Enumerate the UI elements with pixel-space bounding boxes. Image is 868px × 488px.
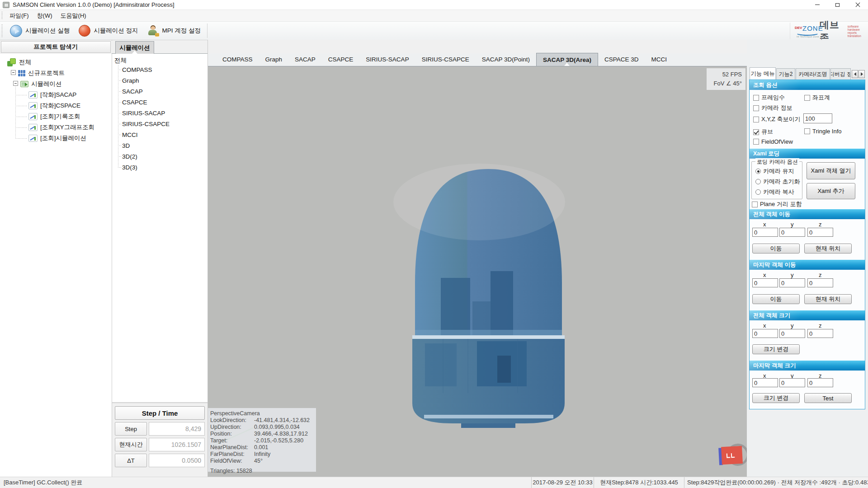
- move-all-z-input[interactable]: [807, 228, 833, 237]
- xaml-open-button[interactable]: Xaml 객체 열기: [807, 162, 855, 179]
- tree-item-leaf[interactable]: [작화]SACAP: [28, 89, 76, 100]
- camera-title: PerspectiveCamera: [210, 410, 316, 417]
- delta-t-label: ΔT: [115, 454, 147, 467]
- list-item[interactable]: Graph: [122, 75, 139, 86]
- run-simulation-button[interactable]: 시뮬레이션 실행: [5, 23, 74, 38]
- tab-sirius-sacap[interactable]: SIRIUS-SACAP: [359, 53, 415, 66]
- tab-compass[interactable]: COMPASS: [216, 53, 259, 66]
- tab-sirius-csapce[interactable]: SIRIUS-CSAPCE: [415, 53, 476, 66]
- move-last-current-position-button[interactable]: 현재 위치: [804, 294, 852, 304]
- status-datetime: 2017-08-29 오전 10:33: [532, 477, 594, 488]
- tab-simulation[interactable]: 시뮬레이션: [115, 41, 154, 54]
- tree-item-simulation[interactable]: 시뮬레이션: [20, 79, 62, 89]
- tab-sacap-3d-area[interactable]: SACAP 3D(Area): [536, 53, 598, 66]
- menu-file[interactable]: 파일(F): [5, 10, 33, 21]
- size-last-y-input[interactable]: [779, 378, 805, 387]
- collapse-icon[interactable]: [13, 81, 18, 86]
- checkbox-plane-distance[interactable]: Plane 거리 포함: [752, 200, 802, 208]
- section-header-move-last: 마지막 객체 이동: [750, 260, 865, 270]
- radio-camera-reset[interactable]: 카메라 초기화: [755, 178, 800, 186]
- list-item[interactable]: MCCI: [122, 129, 138, 140]
- tree-item-leaf[interactable]: [작화]CSPACE: [28, 100, 80, 111]
- list-item[interactable]: COMPASS: [122, 64, 152, 75]
- list-item[interactable]: CSAPCE: [122, 97, 147, 108]
- move-last-z-input[interactable]: [807, 278, 833, 287]
- close-button[interactable]: [848, 0, 868, 10]
- checkbox-fieldofview[interactable]: FieldOfView: [753, 138, 793, 145]
- minimize-button[interactable]: [807, 0, 827, 10]
- checkbox-frame-count[interactable]: 프레임수: [753, 94, 785, 102]
- checkbox-cube[interactable]: 큐브: [753, 128, 773, 136]
- fov-value: FoV ∠ 45°: [707, 79, 742, 88]
- section-header-move-all: 전체 객체 이동: [750, 209, 865, 219]
- checkbox-icon: [753, 95, 759, 101]
- mpi-account-button[interactable]: MPI 계정 설정: [143, 23, 206, 38]
- size-last-resize-button[interactable]: 크기 변경: [752, 393, 800, 403]
- tree-item-leaf[interactable]: [조회]시뮬레이션: [28, 133, 86, 144]
- stop-icon: [79, 25, 90, 37]
- tree-item-leaf[interactable]: [조회]XY그래프조회: [28, 122, 94, 133]
- move-all-x-input[interactable]: [752, 228, 778, 237]
- list-item[interactable]: 3D(2): [122, 151, 137, 162]
- radio-camera-keep[interactable]: 카메라 유지: [755, 167, 794, 175]
- tab-cspace-3d[interactable]: CSPACE 3D: [598, 53, 645, 66]
- toolbar-gripper: [1, 24, 3, 37]
- move-all-button[interactable]: 이동: [752, 244, 800, 253]
- checkbox-coordinate[interactable]: 좌표계: [804, 94, 830, 102]
- list-item[interactable]: SIRIUS-SACAP: [122, 108, 165, 118]
- query-options-body: 프레임수 좌표계 카메라 정보 X,Y,Z 축보이기 큐브 Tringle In…: [750, 90, 865, 149]
- step-time-panel: Step / Time Step 8,429 현재시간 1026.1507 ΔT…: [112, 404, 208, 477]
- section-header-xaml-loading: Xaml 로딩: [750, 149, 865, 159]
- radio-camera-copy[interactable]: 카메라 복사: [755, 188, 794, 196]
- tree-item-project[interactable]: 신규프로젝트: [18, 68, 65, 79]
- checkbox-camera-info[interactable]: 카메라 정보: [753, 104, 793, 112]
- move-all-current-position-button[interactable]: 현재 위치: [804, 244, 852, 253]
- stop-simulation-button[interactable]: 시뮬레이션 정지: [74, 23, 142, 38]
- move-last-y-input[interactable]: [779, 278, 805, 287]
- current-time-value: 1026.1507: [149, 438, 205, 451]
- menu-help[interactable]: 도움말(H): [57, 10, 90, 21]
- 3d-viewport[interactable]: 52 FPS FoV ∠ 45° PerspectiveCamera LookD…: [208, 66, 747, 477]
- move-last-button[interactable]: 이동: [752, 294, 800, 304]
- tree-connector: [15, 95, 27, 95]
- list-item[interactable]: SACAP: [122, 86, 143, 97]
- tab-sacap-3d-point[interactable]: SACAP 3D(Point): [476, 53, 536, 66]
- tab-debug[interactable]: 디버깅 정: [830, 68, 851, 80]
- tab-graph[interactable]: Graph: [259, 53, 289, 66]
- tree-item-leaf[interactable]: [조회]기록조회: [28, 111, 80, 122]
- radio-icon: [755, 169, 761, 174]
- size-last-test-button[interactable]: Test: [804, 393, 852, 403]
- tab-mcci[interactable]: MCCI: [645, 53, 674, 66]
- list-item[interactable]: 3D: [122, 140, 130, 151]
- checkbox-xyz-axis[interactable]: X,Y,Z 축보이기: [753, 115, 800, 123]
- move-last-x-input[interactable]: [752, 278, 778, 287]
- size-last-x-input[interactable]: [752, 378, 778, 387]
- checkbox-triangle-info[interactable]: Tringle Info: [804, 128, 842, 135]
- tab-function-menu[interactable]: 기능 메뉴: [750, 67, 776, 80]
- menu-window[interactable]: 창(W): [33, 10, 57, 21]
- move-all-y-input[interactable]: [779, 228, 805, 237]
- maximize-button[interactable]: [827, 0, 848, 10]
- collapse-icon[interactable]: [11, 70, 16, 75]
- size-all-z-input[interactable]: [807, 329, 833, 338]
- group-icon: [7, 58, 16, 66]
- minimize-icon: [815, 5, 820, 5]
- xaml-add-button[interactable]: Xaml 추가: [807, 183, 855, 199]
- tab-sacap[interactable]: SACAP: [288, 53, 322, 66]
- size-all-y-input[interactable]: [779, 329, 805, 338]
- tab-csapce[interactable]: CSAPCE: [322, 53, 360, 66]
- list-item[interactable]: 3D(3): [122, 162, 137, 173]
- checkbox-icon: [752, 202, 758, 207]
- size-all-resize-button[interactable]: 크기 변경: [752, 344, 800, 354]
- tab-scroll-right-button[interactable]: [859, 70, 865, 78]
- list-item[interactable]: SIRIUS-CSAPCE: [122, 118, 170, 129]
- tree-item-root[interactable]: 전체: [7, 57, 31, 68]
- size-last-z-input[interactable]: [807, 378, 833, 387]
- orientation-gizmo: [718, 444, 747, 465]
- axis-length-input[interactable]: [803, 113, 832, 123]
- size-all-x-input[interactable]: [752, 329, 778, 338]
- tab-camera-light[interactable]: 카메라/조명: [796, 68, 830, 80]
- tab-function2[interactable]: 기능2: [776, 68, 795, 80]
- close-icon: [855, 2, 860, 7]
- tab-scroll-left-button[interactable]: [852, 70, 858, 78]
